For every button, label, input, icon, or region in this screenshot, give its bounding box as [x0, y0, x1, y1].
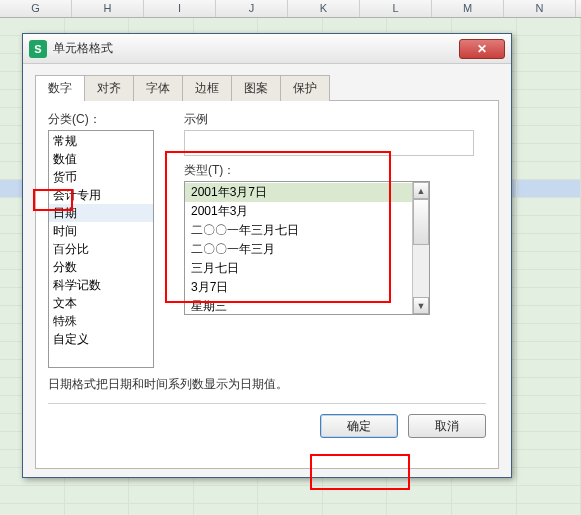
category-item[interactable]: 文本 — [49, 294, 153, 312]
cell[interactable] — [517, 414, 582, 432]
column-header[interactable]: H — [72, 0, 144, 17]
cell[interactable] — [517, 198, 582, 216]
cell[interactable] — [517, 234, 582, 252]
cell[interactable] — [323, 504, 388, 515]
cell[interactable] — [129, 504, 194, 515]
cell[interactable] — [517, 288, 582, 306]
cell[interactable] — [517, 396, 582, 414]
cell[interactable] — [194, 504, 259, 515]
cell[interactable] — [129, 486, 194, 504]
type-item[interactable]: 3月7日 — [185, 278, 412, 297]
cell[interactable] — [517, 108, 582, 126]
type-item[interactable]: 二〇〇一年三月七日 — [185, 221, 412, 240]
category-item[interactable]: 科学记数 — [49, 276, 153, 294]
category-item[interactable]: 数值 — [49, 150, 153, 168]
sample-label: 示例 — [184, 111, 486, 128]
dialog-body: 数字对齐字体边框图案保护 分类(C)： 常规数值货币会计专用日期时间百分比分数科… — [23, 64, 511, 477]
category-item[interactable]: 特殊 — [49, 312, 153, 330]
cell[interactable] — [194, 486, 259, 504]
category-item[interactable]: 会计专用 — [49, 186, 153, 204]
column-header[interactable]: M — [432, 0, 504, 17]
column-header[interactable]: L — [360, 0, 432, 17]
cell[interactable] — [517, 54, 582, 72]
cell[interactable] — [517, 270, 582, 288]
cell[interactable] — [0, 486, 65, 504]
cell[interactable] — [517, 90, 582, 108]
tab-边框[interactable]: 边框 — [182, 75, 232, 101]
cell[interactable] — [517, 180, 582, 198]
category-list[interactable]: 常规数值货币会计专用日期时间百分比分数科学记数文本特殊自定义 — [48, 130, 154, 368]
column-header[interactable]: I — [144, 0, 216, 17]
cell[interactable] — [517, 306, 582, 324]
cell[interactable] — [517, 360, 582, 378]
type-item[interactable]: 2001年3月 — [185, 202, 412, 221]
cell[interactable] — [517, 504, 582, 515]
column-header[interactable]: K — [288, 0, 360, 17]
scroll-thumb[interactable] — [413, 199, 429, 245]
scroll-down-button[interactable]: ▼ — [413, 297, 429, 314]
scroll-up-button[interactable]: ▲ — [413, 182, 429, 199]
category-item[interactable]: 货币 — [49, 168, 153, 186]
cell[interactable] — [517, 144, 582, 162]
type-item[interactable]: 2001年3月7日 — [185, 183, 412, 202]
category-item[interactable]: 时间 — [49, 222, 153, 240]
cell[interactable] — [387, 504, 452, 515]
type-list-scrollbar[interactable]: ▲ ▼ — [412, 182, 429, 314]
scroll-track[interactable] — [413, 245, 429, 297]
dialog-title: 单元格格式 — [53, 40, 113, 57]
format-description: 日期格式把日期和时间系列数显示为日期值。 — [48, 376, 486, 393]
cell[interactable] — [517, 468, 582, 486]
type-item[interactable]: 二〇〇一年三月 — [185, 240, 412, 259]
type-label: 类型(T)： — [184, 162, 486, 179]
cell[interactable] — [452, 486, 517, 504]
tab-字体[interactable]: 字体 — [133, 75, 183, 101]
category-item[interactable]: 百分比 — [49, 240, 153, 258]
column-header[interactable]: G — [0, 0, 72, 17]
type-list-container: 2001年3月7日2001年3月二〇〇一年三月七日二〇〇一年三月三月七日3月7日… — [184, 181, 430, 315]
tab-strip: 数字对齐字体边框图案保护 — [35, 74, 499, 100]
dialog-titlebar[interactable]: S 单元格格式 ✕ — [23, 34, 511, 64]
cell[interactable] — [258, 486, 323, 504]
sheet-row — [0, 486, 581, 504]
cell[interactable] — [517, 486, 582, 504]
cell[interactable] — [452, 504, 517, 515]
cell[interactable] — [258, 504, 323, 515]
cell[interactable] — [387, 486, 452, 504]
column-header[interactable]: N — [504, 0, 576, 17]
type-list[interactable]: 2001年3月7日2001年3月二〇〇一年三月七日二〇〇一年三月三月七日3月7日… — [185, 182, 412, 314]
cell[interactable] — [517, 324, 582, 342]
tab-图案[interactable]: 图案 — [231, 75, 281, 101]
close-button[interactable]: ✕ — [459, 39, 505, 59]
cell[interactable] — [65, 486, 130, 504]
dialog-buttons: 确定 取消 — [48, 414, 486, 438]
cell[interactable] — [0, 504, 65, 515]
tab-数字[interactable]: 数字 — [35, 75, 85, 101]
cell[interactable] — [517, 252, 582, 270]
tab-对齐[interactable]: 对齐 — [84, 75, 134, 101]
ok-button[interactable]: 确定 — [320, 414, 398, 438]
cancel-button[interactable]: 取消 — [408, 414, 486, 438]
category-item[interactable]: 自定义 — [49, 330, 153, 348]
tab-保护[interactable]: 保护 — [280, 75, 330, 101]
column-header[interactable]: J — [216, 0, 288, 17]
category-item[interactable]: 日期 — [49, 204, 153, 222]
cell[interactable] — [65, 504, 130, 515]
divider — [48, 403, 486, 404]
type-item[interactable]: 星期三 — [185, 297, 412, 314]
category-item[interactable]: 常规 — [49, 132, 153, 150]
cell[interactable] — [517, 36, 582, 54]
cell[interactable] — [517, 72, 582, 90]
cell[interactable] — [517, 450, 582, 468]
cell[interactable] — [517, 162, 582, 180]
cell[interactable] — [517, 342, 582, 360]
cell[interactable] — [517, 18, 582, 36]
category-item[interactable]: 分数 — [49, 258, 153, 276]
cell[interactable] — [517, 126, 582, 144]
cell[interactable] — [517, 216, 582, 234]
cell[interactable] — [517, 432, 582, 450]
cell[interactable] — [517, 378, 582, 396]
cell-format-dialog: S 单元格格式 ✕ 数字对齐字体边框图案保护 分类(C)： 常规数值货币会计专用… — [22, 33, 512, 478]
type-item[interactable]: 三月七日 — [185, 259, 412, 278]
category-label: 分类(C)： — [48, 111, 154, 128]
cell[interactable] — [323, 486, 388, 504]
